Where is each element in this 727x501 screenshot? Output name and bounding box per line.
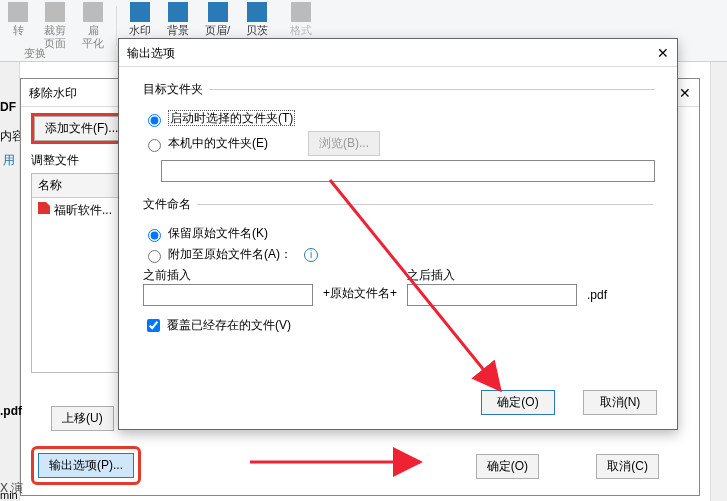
before-insert-label: 之前插入: [143, 267, 313, 284]
launch-folder-label[interactable]: 启动时选择的文件夹(T): [168, 110, 295, 127]
after-insert-label: 之后插入: [407, 267, 577, 284]
target-folder-group: 目标文件夹 启动时选择的文件夹(T) 本机中的文件夹(E) 浏览(B)...: [143, 81, 655, 190]
ok-button[interactable]: 确定(O): [481, 390, 555, 415]
side-label-pdf: DF: [0, 100, 16, 114]
cancel-button[interactable]: 取消(C): [596, 454, 659, 479]
file-name: 福昕软件...: [54, 203, 112, 217]
file-naming-legend: 文件命名: [143, 196, 197, 213]
dialog-title: 移除水印: [29, 86, 77, 100]
launch-folder-radio[interactable]: [148, 114, 161, 127]
append-name-label[interactable]: 附加至原始文件名(A)：: [168, 246, 292, 263]
extension-label: .pdf: [587, 288, 607, 306]
append-name-radio[interactable]: [148, 250, 161, 263]
keep-name-radio[interactable]: [148, 229, 161, 242]
column-header-name[interactable]: 名称: [32, 174, 130, 198]
ok-button[interactable]: 确定(O): [476, 454, 539, 479]
output-options-button[interactable]: 输出选项(P)...: [38, 453, 134, 478]
after-insert-input[interactable]: [407, 284, 577, 306]
before-insert-input[interactable]: [143, 284, 313, 306]
min-fragment: min: [0, 489, 18, 501]
file-row[interactable]: 福昕软件...: [32, 198, 130, 223]
pdf-tab-fragment: .pdf: [0, 404, 22, 418]
cancel-button[interactable]: 取消(N): [583, 390, 657, 415]
ribbon-group-label: 变换: [24, 46, 46, 61]
add-file-button[interactable]: 添加文件(F)...: [34, 116, 129, 141]
dialog-title: 输出选项: [127, 39, 175, 66]
local-folder-radio[interactable]: [148, 139, 161, 152]
ribbon-item-flatten[interactable]: 扁 平化: [74, 0, 112, 61]
info-icon[interactable]: i: [304, 248, 318, 262]
close-icon[interactable]: ✕: [657, 39, 669, 66]
output-options-dialog: 输出选项 ✕ 目标文件夹 启动时选择的文件夹(T) 本机中的文件夹(E) 浏览(…: [118, 38, 678, 430]
file-naming-group: 文件命名 保留原始文件名(K) 附加至原始文件名(A)： i 之前插入 +原始文…: [143, 196, 653, 343]
target-folder-legend: 目标文件夹: [143, 81, 209, 98]
keep-name-label[interactable]: 保留原始文件名(K): [168, 225, 268, 242]
left-tab[interactable]: 用: [0, 62, 19, 169]
local-folder-label[interactable]: 本机中的文件夹(E): [168, 135, 268, 152]
output-options-highlight: 输出选项(P)...: [31, 446, 141, 485]
file-list[interactable]: 名称 福昕软件...: [31, 173, 131, 373]
original-name-token: +原始文件名+: [323, 285, 397, 306]
pdf-file-icon: [38, 202, 50, 214]
browse-button: 浏览(B)...: [308, 131, 380, 156]
overwrite-checkbox[interactable]: [147, 319, 160, 332]
folder-path-input[interactable]: [161, 160, 655, 182]
close-icon[interactable]: ✕: [679, 79, 691, 107]
move-up-button[interactable]: 上移(U): [51, 406, 114, 431]
scrollbar[interactable]: [710, 62, 727, 501]
overwrite-label[interactable]: 覆盖已经存在的文件(V): [167, 317, 291, 334]
